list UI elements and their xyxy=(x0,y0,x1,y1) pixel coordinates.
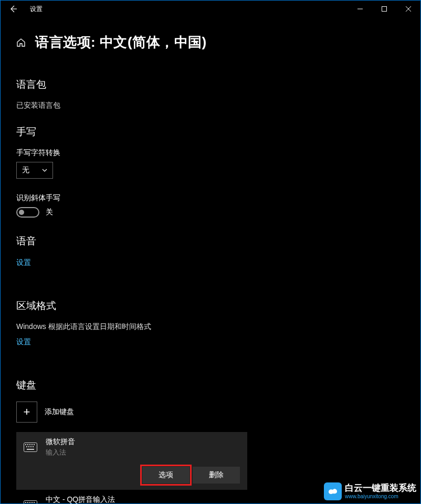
add-keyboard-label: 添加键盘 xyxy=(45,407,74,417)
svg-rect-5 xyxy=(25,444,26,445)
arrow-left-icon xyxy=(9,5,17,13)
handwriting-conversion-dropdown[interactable]: 无 xyxy=(16,162,53,179)
back-button[interactable] xyxy=(4,1,23,17)
handwriting-heading: 手写 xyxy=(16,125,405,139)
region-heading: 区域格式 xyxy=(16,299,405,313)
svg-rect-8 xyxy=(31,444,33,445)
language-pack-heading: 语言包 xyxy=(16,78,405,91)
watermark-logo-icon xyxy=(324,482,342,500)
minimize-button[interactable] xyxy=(348,1,372,17)
svg-rect-19 xyxy=(31,502,33,503)
keyboard-item-texts: 中文 - QQ拼音输入法 输入法 xyxy=(46,495,115,504)
svg-rect-9 xyxy=(34,444,35,445)
svg-rect-13 xyxy=(33,446,34,447)
handwriting-cursive-toggle[interactable] xyxy=(16,207,39,218)
svg-rect-16 xyxy=(25,502,26,503)
maximize-icon xyxy=(382,6,387,12)
region-desc: Windows 根据此语言设置日期和时间格式 xyxy=(16,322,405,332)
window-controls xyxy=(348,1,420,17)
maximize-button[interactable] xyxy=(372,1,396,17)
svg-rect-10 xyxy=(26,446,27,447)
svg-rect-6 xyxy=(27,444,28,445)
home-icon xyxy=(16,38,26,47)
watermark-text: 白云一键重装系统 www.baiyunxitong.com xyxy=(345,484,416,499)
keyboard-item-row: 中文 - QQ拼音输入法 输入法 xyxy=(24,495,240,504)
keyboard-options-button[interactable]: 选项 xyxy=(142,467,190,484)
keyboard-item-row: 微软拼音 输入法 xyxy=(24,437,240,457)
speech-heading: 语音 xyxy=(16,234,405,248)
plus-icon: + xyxy=(24,405,30,419)
page-title: 语言选项: 中文(简体，中国) xyxy=(35,33,207,52)
svg-rect-12 xyxy=(30,446,31,447)
keyboard-item-actions: 选项 删除 xyxy=(24,467,240,484)
section-language-pack: 语言包 已安装语言包 xyxy=(16,78,405,110)
watermark-main: 白云一键重装系统 xyxy=(345,484,416,493)
home-button[interactable] xyxy=(16,38,26,47)
handwriting-cursive-row: 关 xyxy=(16,207,405,218)
add-keyboard-button[interactable]: + 添加键盘 xyxy=(16,402,405,423)
keyboard-item-name: 中文 - QQ拼音输入法 xyxy=(46,495,115,504)
keyboard-item-texts: 微软拼音 输入法 xyxy=(46,437,75,457)
minimize-icon xyxy=(357,6,363,12)
svg-rect-18 xyxy=(29,502,30,503)
content-area: 语言选项: 中文(简体，中国) 语言包 已安装语言包 手写 手写字符转换 无 识… xyxy=(1,17,420,504)
window-title: 设置 xyxy=(30,5,43,14)
toggle-knob xyxy=(19,210,24,215)
handwriting-cursive-label: 识别斜体手写 xyxy=(16,193,405,203)
handwriting-conversion-label: 手写字符转换 xyxy=(16,148,405,158)
toggle-state-label: 关 xyxy=(46,208,53,217)
keyboard-item-qq-pinyin[interactable]: 中文 - QQ拼音输入法 输入法 xyxy=(16,490,247,504)
speech-settings-link[interactable]: 设置 xyxy=(16,258,31,268)
region-settings-link[interactable]: 设置 xyxy=(16,337,31,347)
keyboard-icon xyxy=(24,500,38,504)
keyboard-icon xyxy=(24,443,38,452)
close-button[interactable] xyxy=(396,1,420,17)
dropdown-value: 无 xyxy=(22,166,29,175)
titlebar: 设置 xyxy=(1,1,420,17)
svg-rect-7 xyxy=(29,444,30,445)
svg-rect-11 xyxy=(28,446,29,447)
section-handwriting: 手写 手写字符转换 无 识别斜体手写 关 xyxy=(16,125,405,218)
keyboard-remove-button[interactable]: 删除 xyxy=(193,467,240,484)
svg-rect-14 xyxy=(27,449,34,450)
language-pack-status: 已安装语言包 xyxy=(16,101,405,110)
close-icon xyxy=(406,6,411,12)
svg-rect-1 xyxy=(382,7,387,12)
section-speech: 语音 设置 xyxy=(16,234,405,284)
svg-rect-20 xyxy=(34,502,35,503)
page-header: 语言选项: 中文(简体，中国) xyxy=(16,33,405,52)
keyboard-item-sub: 输入法 xyxy=(46,448,75,457)
keyboard-item-name: 微软拼音 xyxy=(46,437,75,447)
add-keyboard-box: + xyxy=(16,402,37,423)
keyboards-heading: 键盘 xyxy=(16,378,405,392)
keyboard-item-microsoft-pinyin[interactable]: 微软拼音 输入法 选项 删除 xyxy=(16,432,247,490)
svg-rect-17 xyxy=(27,502,28,503)
chevron-down-icon xyxy=(42,169,47,172)
watermark: 白云一键重装系统 www.baiyunxitong.com xyxy=(324,482,416,500)
section-region: 区域格式 Windows 根据此语言设置日期和时间格式 设置 xyxy=(16,299,405,364)
watermark-sub: www.baiyunxitong.com xyxy=(345,493,416,499)
